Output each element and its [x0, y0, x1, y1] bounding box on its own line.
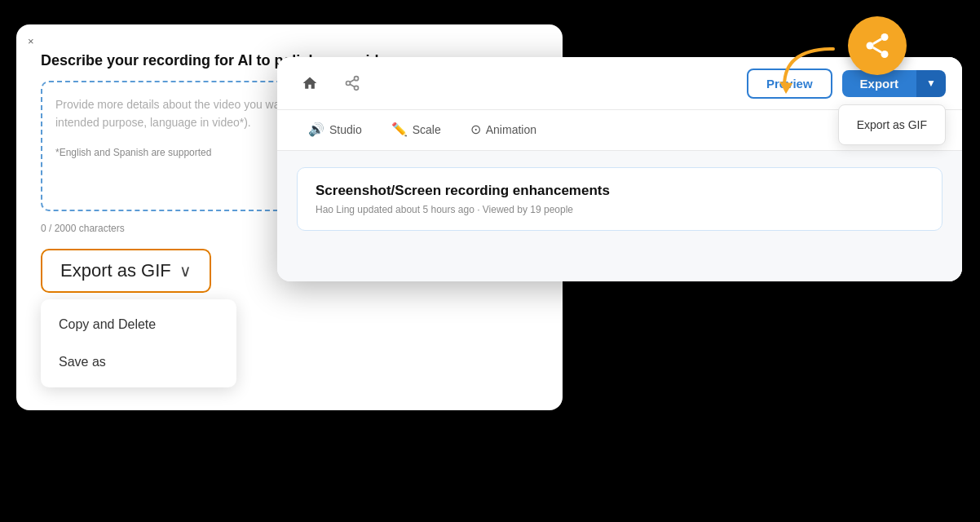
- menu-item-save-as[interactable]: Save as: [41, 343, 236, 381]
- animation-icon: ⊙: [470, 122, 481, 137]
- content-card: Screenshot/Screen recording enhancements…: [297, 167, 942, 231]
- tab-scale-label: Scale: [413, 123, 441, 136]
- export-gif-option[interactable]: Export as GIF: [839, 110, 945, 139]
- export-dropdown-arrow-button[interactable]: ▼: [916, 70, 946, 97]
- svg-point-2: [355, 86, 359, 90]
- svg-point-1: [347, 82, 351, 86]
- content-area: Screenshot/Screen recording enhancements…: [277, 151, 962, 281]
- svg-line-9: [873, 47, 881, 52]
- share-button[interactable]: [336, 67, 369, 100]
- home-button[interactable]: [294, 67, 326, 100]
- scene: × Describe your recording for AI to poli…: [0, 0, 980, 522]
- share-icon: [863, 31, 892, 60]
- main-card: Preview Export ▼ Export as GIF 🔊 Studio …: [277, 57, 962, 281]
- svg-point-6: [881, 33, 889, 41]
- svg-point-8: [881, 51, 889, 58]
- card-meta: Hao Ling updated about 5 hours ago · Vie…: [316, 204, 924, 215]
- svg-marker-5: [779, 82, 792, 94]
- export-gif-trigger[interactable]: Export as GIF ∨: [41, 249, 211, 293]
- tab-studio-label: Studio: [329, 123, 362, 136]
- tab-animation[interactable]: ⊙ Animation: [456, 110, 551, 150]
- scale-icon: ✏️: [391, 122, 408, 137]
- chevron-down-icon: ∨: [179, 261, 192, 281]
- share-circle-button[interactable]: [848, 16, 907, 75]
- export-gif-label: Export as GIF: [60, 260, 171, 281]
- svg-line-3: [350, 84, 355, 86]
- export-dropdown-menu: Copy and Delete Save as: [41, 299, 236, 387]
- svg-point-0: [355, 77, 359, 81]
- tab-scale[interactable]: ✏️ Scale: [377, 110, 456, 150]
- menu-item-copy-delete[interactable]: Copy and Delete: [41, 306, 236, 343]
- card-title: Screenshot/Screen recording enhancements: [316, 183, 924, 199]
- svg-line-10: [873, 39, 881, 44]
- close-button[interactable]: ×: [28, 36, 34, 46]
- export-button-group: Export ▼: [842, 70, 946, 97]
- svg-point-7: [867, 42, 874, 50]
- arrow-indicator: [768, 41, 841, 101]
- studio-icon: 🔊: [308, 122, 324, 137]
- tab-animation-label: Animation: [486, 123, 536, 136]
- tab-studio[interactable]: 🔊 Studio: [294, 110, 377, 150]
- svg-line-4: [350, 79, 355, 82]
- export-gif-dropdown-right: Export as GIF: [838, 104, 946, 145]
